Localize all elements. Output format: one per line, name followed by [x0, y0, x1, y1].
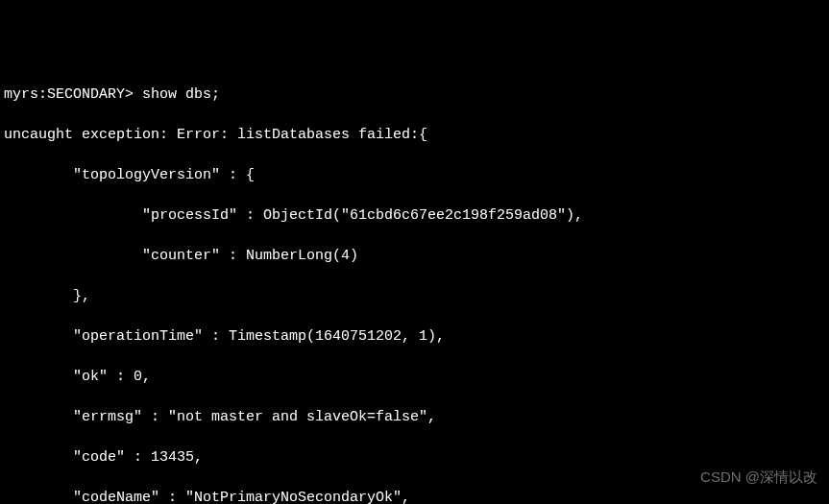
terminal-output-line: "codeName" : "NotPrimaryNoSecondaryOk",	[4, 488, 825, 504]
terminal-output-line: "operationTime" : Timestamp(1640751202, …	[4, 326, 825, 347]
terminal-line-command: myrs:SECONDARY> show dbs;	[4, 84, 825, 105]
watermark-text: CSDN @深情以改	[700, 467, 817, 487]
terminal-output-line: "topologyVersion" : {	[4, 165, 825, 185]
terminal-output-line: uncaught exception: Error: listDatabases…	[4, 125, 825, 145]
shell-command: show dbs;	[142, 86, 220, 103]
terminal-output-line: "errmsg" : "not master and slaveOk=false…	[4, 407, 825, 427]
shell-prompt: myrs:SECONDARY>	[4, 86, 142, 103]
terminal-output-line: "code" : 13435,	[4, 447, 825, 468]
terminal-output-line: "processId" : ObjectId("61cbd6c67ee2c198…	[4, 205, 825, 226]
terminal-output-line: "counter" : NumberLong(4)	[4, 246, 825, 266]
terminal-output-line: },	[4, 286, 825, 306]
terminal-output-line: "ok" : 0,	[4, 367, 825, 387]
